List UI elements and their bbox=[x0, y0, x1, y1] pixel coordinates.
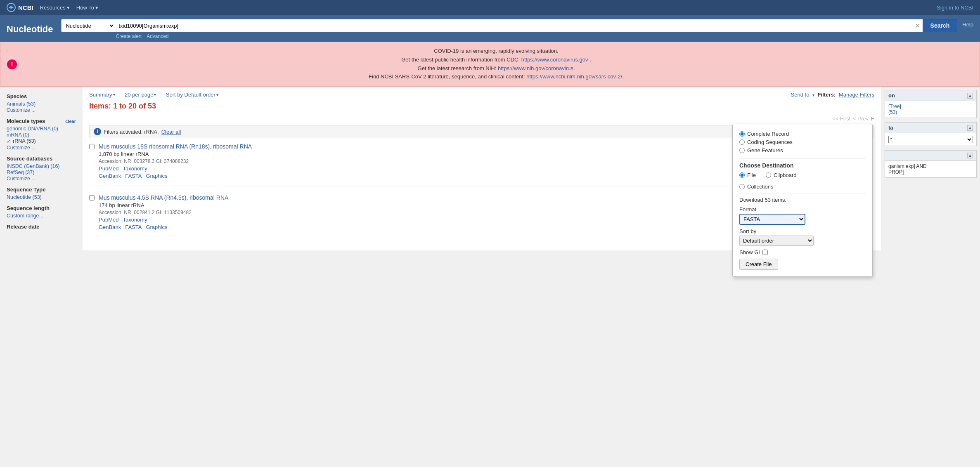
sars-link[interactable]: https://www.ncbi.nlm.nih.gov/sars-cov-2/ bbox=[526, 73, 622, 80]
advanced-link[interactable]: Advanced bbox=[147, 33, 168, 39]
toolbar-sep1: | bbox=[119, 92, 121, 98]
result-taxonomy-2[interactable]: Taxonomy bbox=[123, 217, 147, 223]
result-graphics-1[interactable]: Graphics bbox=[146, 173, 167, 179]
sidebar-item-custom-range[interactable]: Custom range... bbox=[7, 213, 76, 219]
coding-sequences-label: Coding Sequences bbox=[747, 139, 793, 145]
clear-all-filters-link[interactable]: Clear all bbox=[161, 129, 181, 135]
right-sidebar-query-text: ganism:exp] ANDPROP] bbox=[888, 163, 927, 175]
database-select[interactable]: Nucleotide bbox=[61, 19, 115, 32]
right-sidebar: on ▲ [Tree] (53) ta ▲ t ▲ bbox=[881, 87, 980, 250]
sidebar-item-rrna[interactable]: rRNA (53) bbox=[13, 138, 36, 144]
page-title: Nucleotide bbox=[7, 24, 53, 35]
warning-icon: ! bbox=[7, 59, 17, 69]
clipboard-radio[interactable] bbox=[766, 172, 771, 178]
right-sidebar-section-2: ta ▲ t bbox=[885, 122, 977, 146]
howto-menu[interactable]: How To ▾ bbox=[76, 5, 98, 11]
summary-dropdown-btn[interactable]: Summary ▾ bbox=[89, 92, 115, 98]
seqlen-heading: Sequence length bbox=[7, 205, 76, 211]
result-genbank-1[interactable]: GenBank bbox=[99, 173, 121, 179]
sidebar-customize-species[interactable]: Customize ... bbox=[7, 107, 76, 113]
count-link[interactable]: (53) bbox=[888, 109, 897, 115]
scroll-up-icon[interactable]: ▲ bbox=[967, 93, 973, 99]
result-taxonomy-1[interactable]: Taxonomy bbox=[123, 165, 147, 172]
sidebar-item-nucleotide[interactable]: Nucleotide (53) bbox=[7, 194, 76, 200]
cdc-link[interactable]: https://www.coronavirus.gov bbox=[521, 57, 588, 63]
pagination: << First < Prev F bbox=[89, 116, 874, 122]
tree-link[interactable]: [Tree] bbox=[888, 104, 901, 109]
sidebar-item-animals[interactable]: Animals (53) bbox=[7, 101, 76, 107]
result-fasta-1[interactable]: FASTA bbox=[125, 173, 142, 179]
search-button[interactable]: Search bbox=[923, 19, 958, 32]
result-genbank-2[interactable]: GenBank bbox=[99, 224, 121, 230]
ncbi-logo-icon bbox=[7, 3, 16, 12]
format-select[interactable]: FASTA GenBank FASTA (text) ASN.1 XML bbox=[739, 214, 805, 225]
result-fasta-2[interactable]: FASTA bbox=[125, 224, 142, 230]
search-input[interactable] bbox=[115, 19, 912, 32]
ncbi-logo[interactable]: NCBI bbox=[7, 3, 33, 12]
sidebar-customize-molecule[interactable]: Customize ... bbox=[7, 145, 76, 151]
sidebar-item-genomic-dna[interactable]: genomic DNA/RNA (0) bbox=[7, 126, 76, 132]
species-heading: Species bbox=[7, 93, 76, 99]
info-icon: i bbox=[94, 128, 101, 135]
result-graphics-2[interactable]: Graphics bbox=[146, 224, 167, 230]
per-page-chevron-icon: ▾ bbox=[154, 92, 156, 97]
prev-page-link[interactable]: < Prev bbox=[853, 116, 869, 122]
sort-dropdown-btn[interactable]: Sort by Default order ▾ bbox=[166, 92, 218, 98]
right-sidebar-heading-1: on bbox=[888, 92, 895, 99]
ncbi-text: NCBI bbox=[18, 4, 33, 11]
show-gi-checkbox[interactable] bbox=[762, 250, 768, 250]
toolbar-sep2: | bbox=[160, 92, 161, 98]
covid-line1: COVID-19 is an emerging, rapidly evolvin… bbox=[21, 47, 971, 56]
howto-chevron-icon: ▾ bbox=[95, 5, 98, 11]
search-clear-button[interactable]: ✕ bbox=[912, 19, 923, 32]
collections-radio[interactable] bbox=[739, 184, 745, 189]
resources-chevron-icon: ▾ bbox=[67, 5, 70, 11]
result-checkbox-2[interactable] bbox=[89, 195, 95, 200]
molecule-heading: Molecule types clear bbox=[7, 118, 76, 124]
filter-notice-text: Filters activated: rRNA. bbox=[104, 129, 159, 135]
gene-features-label: Gene Features bbox=[747, 147, 783, 153]
scroll-up-icon-2[interactable]: ▲ bbox=[967, 125, 973, 131]
molecule-clear-link[interactable]: clear bbox=[65, 119, 76, 124]
top-navigation: NCBI Resources ▾ How To ▾ Sign in to NCB… bbox=[0, 0, 980, 15]
choose-destination-title: Choose Destination bbox=[739, 162, 866, 169]
sidebar-item-refseq[interactable]: RefSeq (37) bbox=[7, 170, 76, 175]
complete-record-radio[interactable] bbox=[739, 131, 745, 137]
result-pubmed-1[interactable]: PubMed bbox=[99, 165, 118, 172]
file-radio[interactable] bbox=[739, 172, 745, 178]
release-heading: Release date bbox=[7, 224, 76, 230]
sidebar-item-mrna[interactable]: mRNA (0) bbox=[7, 132, 76, 138]
right-sidebar-select[interactable]: t bbox=[888, 136, 973, 143]
result-checkbox-1[interactable] bbox=[89, 144, 95, 149]
covid-line3: Get the latest research from NIH: https:… bbox=[21, 64, 971, 73]
per-page-dropdown-btn[interactable]: 20 per page ▾ bbox=[125, 92, 156, 98]
gene-features-radio[interactable] bbox=[739, 148, 745, 153]
first-page-link[interactable]: << First bbox=[832, 116, 850, 122]
scroll-up-icon-3[interactable]: ▲ bbox=[967, 153, 973, 158]
covid-line2: Get the latest public health information… bbox=[21, 56, 971, 64]
create-alert-link[interactable]: Create alert bbox=[116, 33, 142, 39]
help-link[interactable]: Help bbox=[962, 21, 973, 28]
covid-banner: ! COVID-19 is an emerging, rapidly evolv… bbox=[0, 42, 980, 87]
sort-chevron-icon: ▾ bbox=[216, 92, 218, 97]
seqtype-heading: Sequence Type bbox=[7, 186, 76, 193]
coding-sequences-radio[interactable] bbox=[739, 139, 745, 145]
next-page-partial: F bbox=[871, 116, 874, 122]
send-to-button[interactable]: Send to: ▾ bbox=[791, 92, 814, 98]
sidebar-item-insdc[interactable]: INSDC (GenBank) (16) bbox=[7, 163, 76, 169]
rrna-checkmark-icon: ✓ bbox=[7, 138, 11, 144]
nih-link[interactable]: https://www.nih.gov/coronavirus bbox=[498, 65, 573, 71]
summary-chevron-icon: ▾ bbox=[113, 92, 115, 97]
result-pubmed-2[interactable]: PubMed bbox=[99, 217, 118, 223]
source-heading: Source databases bbox=[7, 156, 76, 162]
send-to-popup: Complete Record Coding Sequences Gene Fe… bbox=[732, 124, 873, 250]
left-sidebar: Species Animals (53) Customize ... Molec… bbox=[0, 87, 83, 250]
sortby-select[interactable]: Default order Accession Date Modified Se… bbox=[739, 236, 814, 246]
sidebar-customize-source[interactable]: Customize ... bbox=[7, 176, 76, 182]
complete-record-label: Complete Record bbox=[747, 131, 789, 137]
resources-menu[interactable]: Resources ▾ bbox=[40, 5, 70, 11]
file-label: File bbox=[747, 172, 756, 178]
signin-link[interactable]: Sign in to NCBI bbox=[937, 5, 973, 11]
manage-filters-link[interactable]: Manage Filters bbox=[839, 92, 874, 98]
search-controls: Nucleotide ✕ Search Create alert Advance… bbox=[61, 19, 957, 39]
